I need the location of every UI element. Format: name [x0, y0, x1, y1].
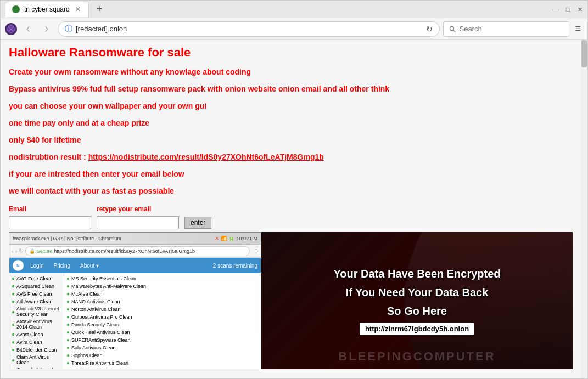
popup-title-text: hwaspicrack.exe | 0/37 | NoDistribute - … [13, 236, 121, 241]
ransom-line1: Your Data Have Been Encrypted [333, 267, 500, 281]
popup-logo: N [13, 260, 24, 271]
av-item: ●McAfee Clean [66, 291, 259, 297]
av-clean-icon: ● [12, 298, 15, 304]
av-item: ●A-Squared Clean [12, 283, 61, 289]
popup-back-icon: ‹ [12, 248, 14, 254]
av-item: ●Malwarebytes Anti-Malware Clean [66, 283, 259, 289]
line-3: you can choose your own wallpaper and yo… [9, 100, 573, 112]
window-controls: — □ ✕ [552, 6, 583, 13]
nodistribute-link[interactable]: https://nodistribute.com/result/ldS0y27X… [88, 152, 324, 161]
popup-wifi: 📶 [221, 236, 227, 241]
line-7: if your are intrested then enter your em… [9, 168, 573, 180]
popup-content: ●AVG Free Clean ●A-Squared Clean ●AVS Fr… [9, 273, 261, 369]
av-clean-icon: ● [12, 309, 15, 315]
contact-form: Email retype your email enter [9, 205, 573, 229]
address-bar[interactable]: ⓘ ↻ [58, 21, 440, 37]
tor-logo [5, 23, 17, 35]
email-input[interactable] [9, 216, 91, 229]
popup-reload-icon: ↻ [19, 247, 24, 254]
av-clean-icon: ● [66, 321, 70, 327]
av-clean-icon: ● [12, 321, 15, 327]
av-item: ●Sophos Clean [66, 352, 259, 358]
av-clean-icon: ● [66, 367, 70, 369]
scrollbar[interactable] [581, 40, 587, 378]
tor-tab-icon [12, 5, 20, 13]
popup-menu: ⋮ [254, 248, 259, 254]
main-content: Halloware Ransomware for sale Create you… [1, 40, 581, 378]
search-input[interactable] [459, 25, 563, 33]
av-item: ●Avast Clean [12, 331, 61, 337]
av-item: ●AVS Free Clean [12, 291, 61, 297]
ransom-url: http://zinrm67igbdcdy5h.onion [360, 323, 474, 335]
av-item: ●AVG Free Clean [12, 275, 61, 281]
address-input[interactable] [76, 25, 423, 33]
bottom-section: hwaspicrack.exe | 0/37 | NoDistribute - … [9, 232, 573, 369]
av-clean-icon: ● [66, 337, 70, 343]
av-item: ●NANO Antivirus Clean [66, 298, 259, 304]
close-button[interactable]: ✕ [576, 6, 583, 13]
av-clean-icon: ● [12, 275, 15, 281]
popup-url-bar: 🔒 Secure https://nodistribute.com/result… [25, 246, 250, 256]
search-bar[interactable] [443, 21, 569, 37]
back-button[interactable] [20, 21, 36, 37]
av-item: ●Clam AntiVirus Clean [12, 354, 61, 365]
av-clean-icon: ● [12, 347, 15, 353]
page-area: Halloware Ransomware for sale Create you… [1, 40, 587, 378]
popup-login-item[interactable]: Login [27, 262, 47, 270]
line-6: nodistrubtion result : https://nodistrib… [9, 151, 573, 163]
ransomware-image: Your Data Have Been Encrypted If You Nee… [261, 232, 573, 369]
enter-button[interactable]: enter [184, 217, 211, 229]
title-bar-left: tn cyber squard ✕ + [5, 2, 107, 17]
line-2: Bypass antivirus 99% fud full setup rans… [9, 83, 573, 95]
ransom-text-overlay: Your Data Have Been Encrypted If You Nee… [322, 261, 511, 341]
av-clean-icon: ● [66, 298, 70, 304]
info-icon: ⓘ [65, 24, 72, 34]
popup-close-icon: ✕ [215, 235, 219, 241]
popup-status-icons: ✕ 📶 🔋 10:02 PM [215, 235, 257, 241]
reload-icon[interactable]: ↻ [426, 25, 433, 33]
av-clean-icon: ● [66, 306, 70, 312]
retype-label: retype your email [97, 205, 179, 213]
popup-about-item[interactable]: About ▾ [77, 262, 102, 270]
popup-forward-icon: › [15, 248, 18, 254]
av-item: ●Panda Security Clean [66, 321, 259, 327]
popup-secure-label: 🔒 Secure [29, 248, 52, 254]
browser-tab[interactable]: tn cyber squard ✕ [5, 2, 89, 17]
av-item: ●Twister Antivirus Clean [66, 367, 259, 369]
av-clean-icon: ● [12, 291, 15, 297]
popup-title-bar: hwaspicrack.exe | 0/37 | NoDistribute - … [9, 233, 261, 245]
minimize-button[interactable]: — [552, 6, 559, 13]
tab-close-button[interactable]: ✕ [74, 5, 82, 13]
av-item: ●SUPERAntiSpyware Clean [66, 337, 259, 343]
watermark: BLEEPINGCOMPUTER [261, 349, 573, 364]
av-item: ●Ad-Aware Clean [12, 298, 61, 304]
popup-av-left: ●AVG Free Clean ●A-Squared Clean ●AVS Fr… [9, 273, 64, 369]
popup-scans-remaining: 2 scans remaining [213, 263, 257, 269]
popup-pricing-item[interactable]: Pricing [50, 262, 74, 270]
popup-time: 10:02 PM [236, 236, 257, 241]
av-clean-icon: ● [66, 291, 70, 297]
forward-button[interactable] [39, 21, 54, 37]
av-clean-icon: ● [12, 283, 15, 289]
scrollbar-thumb[interactable] [581, 40, 587, 67]
popup-battery: 🔋 [228, 236, 234, 241]
popup-url-text: https://nodistribute.com/result/ldS0y27X… [54, 248, 195, 254]
retype-email-input[interactable] [97, 216, 179, 229]
av-item: ●Outpost Antivirus Pro Clean [66, 314, 259, 320]
maximize-button[interactable]: □ [564, 6, 571, 13]
email-label: Email [9, 205, 91, 213]
av-clean-icon: ● [12, 357, 15, 363]
av-item: ●BitDefender Clean [12, 347, 61, 353]
av-clean-icon: ● [66, 352, 70, 358]
av-clean-icon: ● [66, 329, 70, 335]
svg-point-3 [450, 26, 454, 30]
menu-button[interactable]: ≡ [573, 23, 583, 35]
tab-title: tn cyber squard [24, 5, 70, 13]
av-item: ●AhnLab V3 Internet Security Clean [12, 306, 61, 317]
form-inputs-row: enter [9, 216, 573, 229]
line-6-prefix: nodistrubtion result : [9, 152, 88, 161]
svg-line-4 [453, 30, 455, 32]
new-tab-button[interactable]: + [92, 3, 107, 15]
av-clean-icon: ● [66, 344, 70, 350]
popup-nav-bar: ‹ › ↻ 🔒 Secure https://nodistribute.com/… [9, 245, 261, 258]
